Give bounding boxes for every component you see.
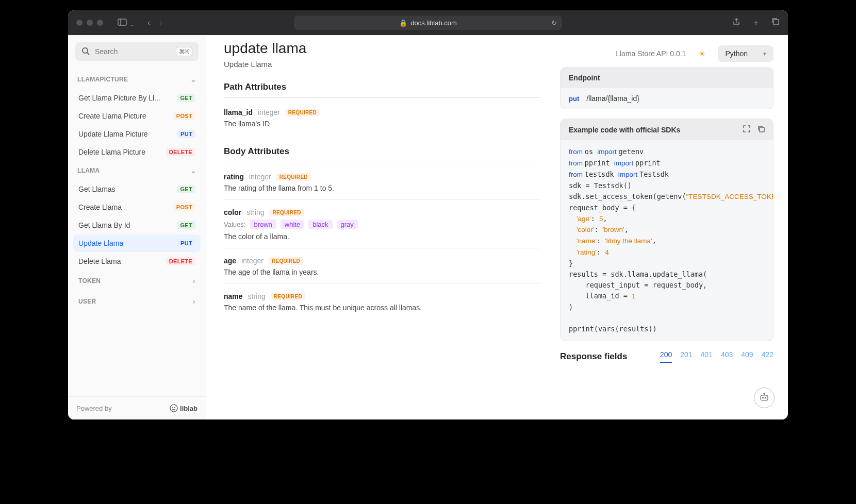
- attr-desc: The age of the llama in years.: [224, 268, 540, 276]
- min-dot[interactable]: [87, 20, 93, 26]
- nav-item[interactable]: Get Llama By IdGET: [73, 216, 201, 234]
- svg-rect-0: [118, 19, 126, 25]
- svg-point-3: [83, 48, 88, 53]
- traffic-lights: [76, 20, 103, 26]
- nav-item-label: Create Llama Picture: [78, 112, 173, 120]
- search-input[interactable]: Search ⌘K: [75, 42, 199, 61]
- expand-icon[interactable]: [743, 125, 750, 134]
- nav-item[interactable]: Update LlamaPUT: [73, 234, 201, 252]
- tabs-icon[interactable]: [771, 18, 780, 28]
- method-badge: DELETE: [166, 148, 195, 156]
- response-heading: Response fields: [560, 351, 627, 362]
- svg-point-10: [763, 397, 764, 398]
- response-tab[interactable]: 200: [660, 350, 672, 363]
- attr-type: integer: [258, 108, 280, 116]
- share-icon[interactable]: [732, 18, 740, 28]
- value-chip: brown: [250, 220, 276, 229]
- method-badge: POST: [173, 203, 195, 211]
- close-dot[interactable]: [76, 20, 83, 26]
- svg-line-4: [87, 53, 89, 55]
- forward-icon[interactable]: ›: [159, 18, 162, 27]
- svg-point-13: [764, 393, 765, 394]
- attr-desc: The rating of the llama from 1 to 5.: [224, 184, 540, 192]
- language-label: Python: [725, 49, 748, 58]
- attribute: namestringREQUIREDThe name of the llama.…: [224, 284, 540, 319]
- back-icon[interactable]: ‹: [147, 18, 150, 27]
- nav-item-label: Create Llama: [78, 203, 173, 211]
- endpoint-panel: Endpoint put /llama/{llama_id}: [560, 67, 773, 109]
- svg-point-11: [765, 397, 766, 398]
- nav-item[interactable]: Update Llama PicturePUT: [73, 125, 201, 143]
- required-badge: REQUIRED: [285, 109, 320, 116]
- endpoint-method: put: [569, 95, 579, 103]
- page-subtitle: Update Llama: [224, 60, 540, 69]
- method-badge: DELETE: [166, 257, 195, 265]
- response-tab[interactable]: 401: [701, 350, 713, 363]
- attr-type: string: [248, 292, 266, 300]
- required-badge: REQUIRED: [269, 209, 304, 216]
- response-tab[interactable]: 409: [741, 350, 753, 363]
- right-panel: Llama Store API 0.0.1 ☀︎ Python ▾ Endpoi…: [558, 35, 788, 419]
- nav-item[interactable]: Create LlamaPOST: [73, 198, 201, 216]
- method-badge: GET: [177, 221, 195, 229]
- nav-item[interactable]: Delete Llama PictureDELETE: [73, 143, 201, 161]
- page-title: update llama: [224, 40, 540, 57]
- response-tab[interactable]: 422: [762, 350, 773, 363]
- nav-item-label: Delete Llama: [78, 257, 166, 265]
- body-attr-heading: Body Attributes: [224, 146, 540, 162]
- chat-fab[interactable]: [754, 388, 775, 408]
- svg-rect-8: [760, 127, 764, 132]
- url-text: docs.liblab.com: [410, 19, 457, 27]
- svg-rect-9: [761, 395, 768, 400]
- attr-desc: The color of a llama.: [224, 232, 540, 241]
- api-title: Llama Store API 0.0.1: [616, 49, 686, 58]
- attr-type: integer: [249, 173, 271, 181]
- nav: LLAMAPICTURE⌄Get Llama Picture By Ll...G…: [68, 68, 206, 396]
- lock-icon: 🔒: [399, 19, 407, 27]
- nav-item[interactable]: Create Llama PicturePOST: [73, 107, 201, 125]
- main: update llama Update Llama Path Attribute…: [206, 35, 788, 419]
- attr-desc: The name of the llama. This must be uniq…: [224, 304, 540, 312]
- max-dot[interactable]: [97, 20, 103, 26]
- sidebar-toggle[interactable]: ⌄: [118, 19, 134, 27]
- url-bar[interactable]: 🔒 docs.liblab.com ↻: [294, 15, 562, 30]
- required-badge: REQUIRED: [271, 293, 305, 300]
- search-placeholder: Search: [95, 47, 118, 56]
- brand-logo[interactable]: liblab: [170, 404, 197, 412]
- nav-group-header[interactable]: LLAMAPICTURE⌄: [73, 70, 201, 89]
- value-chip: gray: [337, 220, 358, 229]
- nav-item[interactable]: Get Llama Picture By Ll...GET: [73, 89, 201, 107]
- attribute: colorstringREQUIREDValues:brownwhiteblac…: [224, 200, 540, 248]
- nav-item[interactable]: Get LlamasGET: [73, 180, 201, 198]
- attr-type: string: [246, 208, 264, 216]
- chevron-down-icon: ▾: [763, 51, 766, 57]
- plus-icon[interactable]: ＋: [752, 18, 760, 28]
- theme-toggle[interactable]: ☀︎: [695, 47, 709, 60]
- endpoint-heading: Endpoint: [561, 68, 773, 88]
- nav-item-label: Get Llama By Id: [78, 221, 177, 229]
- required-badge: REQUIRED: [276, 173, 311, 181]
- nav-item-label: Get Llama Picture By Ll...: [78, 94, 177, 102]
- response-tab[interactable]: 403: [721, 350, 733, 363]
- example-panel: Example code with official SDKs from os …: [560, 119, 773, 341]
- content: update llama Update Llama Path Attribute…: [206, 35, 558, 419]
- language-select[interactable]: Python ▾: [718, 45, 773, 62]
- nav-group-collapsed[interactable]: USER›: [73, 291, 201, 312]
- chevron-right-icon: ›: [193, 297, 195, 306]
- response-tab[interactable]: 201: [680, 350, 692, 363]
- nav-group-collapsed[interactable]: TOKEN›: [73, 271, 201, 291]
- method-badge: GET: [177, 185, 195, 193]
- nav-group-header[interactable]: LLAMA⌄: [73, 161, 201, 180]
- response-tabs: 200201401403409422: [660, 350, 773, 363]
- browser-window: ⌄ ‹ › 🔒 docs.liblab.com ↻ ＋ Search ⌘K LL…: [68, 10, 788, 419]
- powered-label: Powered by: [76, 405, 112, 412]
- reload-icon[interactable]: ↻: [551, 19, 557, 27]
- attribute: ratingintegerREQUIREDThe rating of the l…: [224, 164, 540, 200]
- svg-point-5: [170, 405, 177, 412]
- app: Search ⌘K LLAMAPICTURE⌄Get Llama Picture…: [68, 35, 788, 419]
- attr-desc: The llama's ID: [224, 120, 540, 128]
- code-block[interactable]: from os import getenv from pprint import…: [561, 140, 773, 341]
- copy-icon[interactable]: [758, 125, 765, 134]
- nav-item[interactable]: Delete LlamaDELETE: [73, 253, 201, 270]
- method-badge: PUT: [177, 130, 195, 138]
